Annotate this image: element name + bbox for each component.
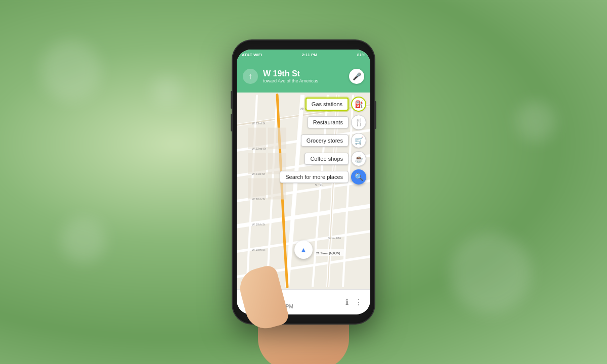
power-button[interactable] — [374, 101, 376, 129]
scene: AT&T WiFi 2:11 PM 81% ↑ W 19th St toward… — [0, 0, 607, 364]
compass-icon: ▲ — [300, 246, 307, 254]
svg-rect-20 — [248, 178, 266, 200]
street-name: W 19th St — [263, 69, 349, 78]
place-row-restaurants: Restaurants 🍴 — [308, 115, 366, 130]
map-area[interactable]: W 23rd St W 22nd St W 21st St W 20th St … — [237, 93, 370, 289]
bottom-icons: ℹ ⋮ — [345, 297, 363, 307]
status-time: 2:11 PM — [302, 53, 317, 57]
microphone-button[interactable]: 🎤 — [349, 69, 364, 84]
svg-rect-16 — [248, 128, 266, 149]
search-more-button[interactable]: Search for more places — [280, 171, 349, 183]
navigation-direction: toward Ave of the Americas — [263, 78, 349, 83]
gas-stations-button[interactable]: Gas stations — [306, 98, 349, 111]
places-overlay: Gas stations ⛽ Restaurants 🍴 Grocery sto… — [280, 97, 366, 185]
search-row: Search for more places 🔍 — [280, 169, 366, 185]
navigation-arrow: ↑ — [243, 69, 258, 84]
restaurants-icon-button[interactable]: 🍴 — [351, 115, 366, 130]
battery-text: 81% — [357, 53, 365, 57]
navigation-compass[interactable]: ▲ — [294, 241, 313, 259]
grocery-stores-button[interactable]: Grocery stores — [301, 134, 349, 147]
carrier-text: AT&T WiFi — [242, 53, 262, 57]
grocery-icon-button[interactable]: 🛒 — [351, 133, 366, 148]
coffee-shops-button[interactable]: Coffee shops — [305, 153, 349, 165]
svg-text:W 20th St: W 20th St — [252, 198, 266, 201]
volume-up-button[interactable] — [231, 91, 233, 109]
svg-text:W 19th St: W 19th St — [252, 223, 266, 226]
place-row-grocery: Grocery stores 🛒 — [301, 133, 366, 148]
info-icon[interactable]: ℹ — [345, 297, 349, 307]
navigation-text: W 19th St toward Ave of the Americas — [258, 69, 349, 83]
navigation-header: ↑ W 19th St toward Ave of the Americas 🎤 — [237, 60, 370, 93]
search-icon-button[interactable]: 🔍 — [351, 169, 366, 185]
place-row-coffee: Coffee shops ☕ — [305, 151, 366, 166]
status-bar: AT&T WiFi 2:11 PM 81% — [237, 50, 370, 60]
coffee-icon-button[interactable]: ☕ — [351, 151, 366, 166]
gas-stations-icon-button[interactable]: ⛽ — [351, 97, 366, 112]
svg-text:W 23rd St: W 23rd St — [252, 122, 266, 125]
svg-text:W 18th St: W 18th St — [252, 248, 266, 251]
svg-text:W 22nd St: W 22nd St — [252, 147, 266, 150]
place-row-gas: Gas stations ⛽ — [306, 97, 366, 112]
svg-text:Similar ETA: Similar ETA — [328, 237, 341, 240]
more-icon[interactable]: ⋮ — [355, 297, 363, 307]
mic-icon: 🎤 — [353, 72, 361, 80]
status-carrier: AT&T WiFi — [242, 53, 262, 57]
svg-text:23 Street [N,R,W]: 23 Street [N,R,W] — [316, 252, 340, 255]
volume-down-button[interactable] — [231, 114, 233, 131]
status-battery: 81% — [357, 53, 365, 57]
hand-area: AT&T WiFi 2:11 PM 81% ↑ W 19th St toward… — [197, 5, 410, 359]
svg-text:W 21st St: W 21st St — [252, 172, 265, 175]
svg-rect-18 — [248, 153, 266, 174]
restaurants-button[interactable]: Restaurants — [308, 116, 349, 128]
